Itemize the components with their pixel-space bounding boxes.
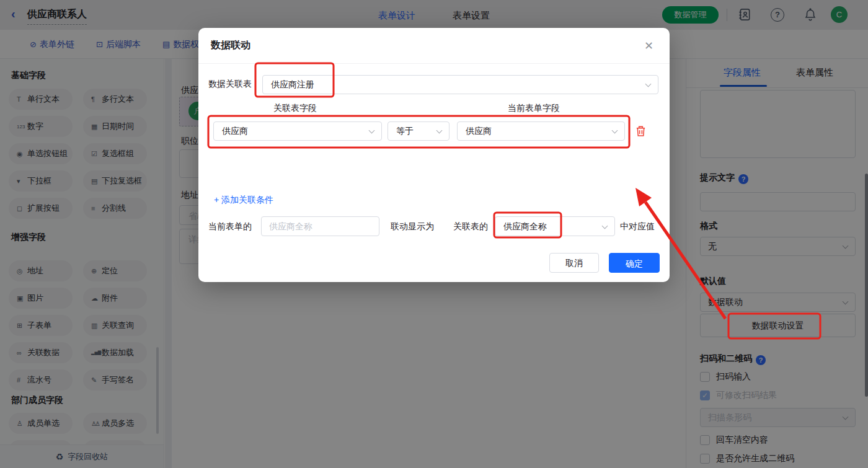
corresponding-value-label: 中对应值 bbox=[620, 216, 655, 236]
delete-condition-icon[interactable] bbox=[635, 125, 647, 139]
column-header-current-form-field: 当前表单字段 bbox=[490, 103, 577, 114]
chevron-down-icon bbox=[602, 223, 608, 229]
relation-table-prefix-label: 关联表的 bbox=[453, 216, 488, 236]
current-form-prefix-label: 当前表单的 bbox=[208, 216, 252, 236]
chevron-down-icon bbox=[436, 128, 443, 134]
condition-current-field-select[interactable]: 供应商 bbox=[457, 121, 625, 141]
column-header-relation-field: 关联表字段 bbox=[252, 103, 339, 114]
confirm-button[interactable]: 确定 bbox=[609, 253, 660, 273]
linkage-source-field-select[interactable]: 供应商全称 bbox=[495, 216, 615, 236]
close-icon[interactable]: ✕ bbox=[644, 39, 653, 53]
linkage-display-label: 联动显示为 bbox=[391, 216, 434, 236]
cancel-button[interactable]: 取消 bbox=[549, 253, 599, 273]
divider bbox=[198, 63, 670, 64]
chevron-down-icon bbox=[369, 128, 375, 134]
condition-operator-select[interactable]: 等于 bbox=[388, 121, 450, 141]
condition-relation-field-select[interactable]: 供应商 bbox=[213, 121, 382, 141]
chevron-down-icon bbox=[612, 128, 618, 134]
data-linkage-modal: 数据联动 ✕ 数据关联表 供应商注册 关联表字段 当前表单字段 供应商 等于 供… bbox=[198, 28, 670, 282]
relation-table-label: 数据关联表 bbox=[208, 74, 252, 93]
modal-title: 数据联动 bbox=[211, 39, 250, 52]
chevron-down-icon bbox=[645, 81, 652, 87]
add-condition-link[interactable]: + 添加关联条件 bbox=[214, 195, 273, 206]
relation-table-select[interactable]: 供应商注册 bbox=[262, 75, 658, 94]
current-field-input[interactable] bbox=[261, 216, 379, 236]
